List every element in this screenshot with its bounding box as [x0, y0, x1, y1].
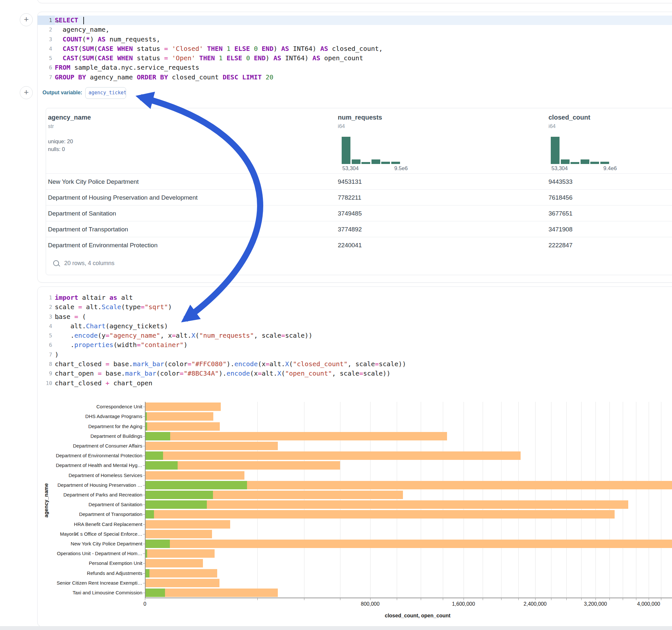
y-axis-label: Department of Sanitation [39, 502, 142, 507]
table-cell: 2222847 [549, 237, 573, 253]
code-text: CAST(SUM(CASE WHEN status = 'Closed' THE… [55, 44, 672, 53]
y-axis-label: New York City Police Department [39, 541, 142, 547]
table-cell: Department of Transportation [48, 221, 128, 237]
open-count-bar [145, 500, 207, 509]
table-cell: 7618456 [549, 190, 573, 205]
line-number: 4 [38, 44, 55, 53]
column-type: i64 [338, 123, 345, 129]
table-row[interactable]: Department of Sanitation37494853677651 [46, 205, 672, 221]
y-axis-label: Department of Parks and Recreation [39, 492, 142, 498]
search-icon[interactable] [53, 260, 59, 266]
x-axis-tick [370, 598, 370, 600]
closed-count-bar [145, 432, 447, 440]
x-axis-tick [596, 598, 596, 600]
closed-count-bar [145, 403, 221, 411]
column-header-closed_count[interactable]: closed_count [549, 114, 590, 121]
open-count-bar [145, 422, 147, 431]
x-axis-title: closed_count, open_count [385, 613, 451, 619]
line-number: 7 [38, 73, 55, 82]
sql-cell: 1SELECT 2 agency_name,3 COUNT(*) AS num_… [37, 12, 672, 283]
column-header-num_requests[interactable]: num_requests [338, 114, 382, 121]
cell-gap-strip [0, 626, 672, 630]
x-axis-tick [145, 598, 145, 600]
gridline [340, 402, 340, 598]
open-count-bar [145, 549, 147, 558]
y-axis-label: Department of Consumer Affairs [39, 443, 142, 449]
x-axis-tick [518, 598, 519, 600]
closed-count-bar [145, 539, 672, 548]
code-text: SELECT [55, 16, 672, 25]
x-axis-tick [483, 598, 483, 600]
histogram-bar [391, 162, 400, 164]
gridline [636, 402, 637, 598]
sql-line-7[interactable]: 7GROUP BY agency_name ORDER BY closed_co… [38, 73, 672, 82]
x-axis-tick [661, 598, 661, 600]
sql-line-3[interactable]: 3 COUNT(*) AS num_requests, [38, 35, 672, 44]
table-row[interactable]: Department of Transportation377489234719… [46, 221, 672, 237]
gridline [257, 402, 258, 598]
x-axis-tick [566, 598, 567, 600]
y-axis-title: agency_name [44, 483, 49, 518]
add-cell-button-top[interactable]: + [20, 13, 33, 26]
y-axis-label: Department of Health and Mental Hyg… [39, 463, 142, 468]
row-count-label: 20 rows, 4 columns [64, 260, 115, 267]
y-axis-label: Department for the Aging [39, 424, 142, 429]
previous-cell-edge [37, 0, 672, 3]
table-row[interactable]: Department of Housing Preservation and D… [46, 189, 672, 205]
sql-line-4[interactable]: 4 CAST(SUM(CASE WHEN status = 'Closed' T… [38, 44, 672, 53]
y-axis-line [145, 402, 146, 598]
table-row[interactable]: Department of Environmental Protection22… [46, 237, 672, 253]
closed-count-bar [145, 422, 220, 431]
y-axis-label: Taxi and Limousine Commission [39, 590, 142, 595]
gridline [370, 402, 370, 598]
y-axis-label: DHS Advantage Programs [39, 414, 142, 419]
altair-chart: Correspondence UnitDHS Advantage Program… [38, 287, 672, 626]
code-text: agency_name, [55, 25, 672, 34]
open-count-bar [145, 481, 247, 489]
gridline [623, 402, 623, 598]
sql-line-1[interactable]: 1SELECT [38, 16, 672, 25]
x-axis-tick [421, 598, 421, 600]
sql-line-2[interactable]: 2 agency_name, [38, 25, 672, 34]
gridline [581, 402, 581, 598]
output-variable-label: Output variable: [43, 90, 82, 96]
x-axis-tick [581, 598, 581, 600]
closed-count-bar [145, 588, 278, 597]
closed-count-bar [145, 520, 230, 529]
closed-count-bar [145, 549, 215, 558]
add-cell-button-middle[interactable]: + [20, 86, 33, 99]
line-number: 1 [38, 16, 55, 25]
results-table: agency_namestrunique: 20nulls: 0num_requ… [46, 108, 672, 275]
x-axis-tick [649, 598, 649, 600]
column-type: i64 [549, 123, 556, 129]
x-axis-tick [636, 598, 637, 600]
sql-editor[interactable]: 1SELECT 2 agency_name,3 COUNT(*) AS num_… [38, 16, 672, 82]
table-cell: 3677651 [549, 205, 573, 221]
x-axis-tick [501, 598, 502, 600]
table-cell: 2240041 [338, 237, 362, 253]
column-histogram [551, 137, 613, 164]
x-axis-tick [623, 598, 623, 600]
histogram-bar [581, 160, 589, 164]
closed-count-bar [145, 500, 628, 509]
sql-line-5[interactable]: 5 CAST(SUM(CASE WHEN status = 'Open' THE… [38, 53, 672, 63]
y-axis-label: HRA Benefit Card Replacement [39, 522, 142, 527]
table-cell: Department of Housing Preservation and D… [48, 190, 198, 205]
y-axis-label: Refunds and Adjustments [39, 571, 142, 576]
table-cell: 9443533 [549, 174, 573, 190]
x-axis-tick-label: 4,000,000 [629, 601, 668, 607]
table-row[interactable]: New York City Police Department945313194… [46, 173, 672, 190]
x-axis-tick-label: 2,400,000 [516, 601, 555, 607]
output-variable-pill[interactable]: agency_tickets [85, 87, 126, 99]
histogram-bar [571, 162, 579, 164]
table-cell: Department of Sanitation [48, 205, 116, 221]
closed-count-bar [145, 452, 521, 460]
gridline [397, 402, 397, 598]
y-axis-label: Correspondence Unit [39, 404, 142, 409]
column-header-agency_name[interactable]: agency_name [48, 114, 91, 121]
closed-count-bar [145, 412, 213, 421]
gridline [649, 402, 649, 598]
column-histogram [342, 137, 403, 164]
closed-count-bar [145, 530, 212, 538]
sql-line-6[interactable]: 6FROM sample_data.nyc.service_requests [38, 63, 672, 72]
